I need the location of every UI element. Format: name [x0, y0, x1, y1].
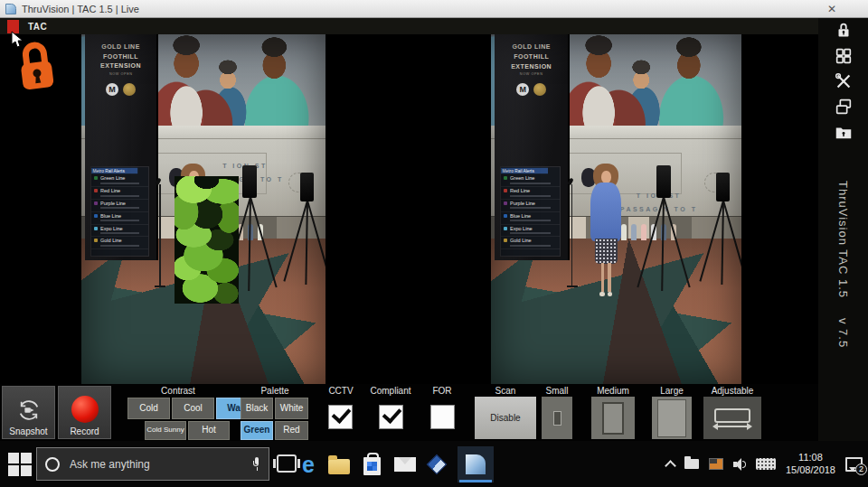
metro-line-row: Blue Line — [91, 212, 149, 225]
close-icon[interactable]: ✕ — [821, 2, 843, 16]
metro-line-row: Expo Line — [91, 225, 149, 238]
speaker-tripod — [649, 165, 679, 291]
control-toolbar: Snapshot Record Contrast Cold Cool Warm … — [0, 384, 818, 441]
mouse-cursor — [11, 31, 24, 52]
cortana-search-box[interactable] — [36, 447, 269, 481]
gold-seal — [533, 83, 546, 96]
thruvision-logo-icon — [466, 454, 486, 474]
tac-status-bar: TAC — [0, 18, 868, 34]
adjustable-width-arrow-icon — [717, 426, 748, 427]
edge-browser-icon[interactable]: e — [302, 454, 315, 476]
windows-taskbar: e 11:08 15/08/2018 2 — [0, 441, 868, 487]
small-rect-icon — [553, 411, 561, 426]
notification-badge: 2 — [855, 464, 867, 475]
gold-seal — [123, 83, 136, 96]
adjustable-header: Adjustable — [702, 386, 763, 396]
medium-header: Medium — [590, 386, 637, 396]
record-button[interactable]: Record — [58, 386, 111, 439]
title-bar: ThruVision | TAC 1.5 | Live ✕ — [0, 0, 868, 18]
metro-line-row: Gold Line — [501, 237, 560, 249]
video-feed-tac-thermal: T ION ST PASSAG Y TO T GOLD LINE FOOTHIL… — [81, 34, 326, 384]
speaker-tripod — [294, 173, 321, 285]
microsoft-store-icon[interactable] — [363, 457, 381, 475]
large-header: Large — [650, 386, 693, 396]
window-title: ThruVision | TAC 1.5 | Live — [22, 4, 139, 14]
microphone-icon[interactable] — [253, 457, 260, 471]
speaker-tripod — [709, 173, 736, 285]
thruvision-app-icon — [5, 4, 16, 14]
compliant-checkbox[interactable] — [379, 405, 403, 429]
contrast-header: Contrast — [125, 386, 231, 396]
metro-line-row: Gold Line — [91, 237, 149, 249]
sidebar-vertical-title: ThruVision TAC 1.5v 7.5 — [836, 181, 850, 348]
mail-icon[interactable] — [394, 457, 416, 472]
metro-line-row: Expo Line — [501, 225, 560, 238]
gold-line-sign: GOLD LINE FOOTHILL EXTENSION NOW OPEN M — [90, 42, 153, 97]
metro-logo: M — [106, 83, 118, 96]
snapshot-button[interactable]: Snapshot — [2, 386, 55, 439]
tray-folder-icon[interactable] — [684, 459, 699, 469]
video-feed-cctv: T ION ST PASSAG Y TO T GOLD LINE FOOTHIL… — [491, 34, 741, 384]
palette-black-button[interactable]: Black — [241, 398, 273, 419]
keyboard-icon[interactable] — [756, 458, 776, 470]
settings-tools-icon[interactable] — [834, 71, 854, 91]
grid-view-icon[interactable] — [834, 46, 854, 66]
cortana-icon — [45, 457, 60, 472]
metro-line-row: Green Line — [501, 174, 560, 187]
medium-rect-icon — [602, 402, 624, 435]
palette-red-button[interactable]: Red — [275, 421, 308, 440]
metro-line-row: Purple Line — [501, 200, 560, 212]
contrast-cold-button[interactable]: Cold — [127, 398, 170, 419]
metro-line-row: Green Line — [91, 174, 149, 187]
palette-header: Palette — [241, 386, 309, 396]
microphone-stand — [571, 184, 573, 286]
adjustable-rect-icon — [714, 408, 750, 423]
metro-line-row: Blue Line — [501, 212, 560, 225]
metro-line-row: Purple Line — [91, 200, 149, 212]
search-input[interactable] — [68, 457, 245, 472]
metro-alerts-screen: Metro Rail Alerts Green Line Red Line Pu… — [500, 166, 561, 257]
clock[interactable]: 11:08 15/08/2018 — [786, 452, 835, 477]
thruvision-taskbar-icon[interactable] — [458, 446, 494, 482]
tool-sidebar: ThruVision TAC 1.5v 7.5 — [818, 18, 868, 441]
time: 11:08 — [786, 452, 835, 464]
speaker-tripod — [235, 165, 264, 291]
volume-icon[interactable] — [733, 458, 746, 471]
record-red-dot-icon — [71, 396, 99, 423]
scan-size-small-button[interactable] — [542, 397, 572, 439]
scan-disable-button[interactable]: Disable — [475, 397, 536, 439]
palette-green-button[interactable]: Green — [241, 421, 273, 440]
contrast-hot-button[interactable]: Hot — [188, 421, 230, 440]
metro-logo: M — [516, 83, 529, 96]
person-subject — [588, 164, 626, 311]
tray-display-icon[interactable] — [709, 458, 723, 470]
microphone-stand — [159, 184, 161, 286]
action-center-icon[interactable]: 2 — [845, 457, 863, 472]
for-checkbox[interactable] — [430, 405, 455, 429]
cctv-checkbox[interactable] — [328, 405, 353, 429]
scan-size-medium-button[interactable] — [591, 397, 635, 439]
thruvision-app-window: ThruVision | TAC 1.5 | Live ✕ TAC T ION … — [0, 0, 868, 487]
start-button[interactable] — [8, 453, 32, 476]
scan-size-adjustable-button[interactable] — [703, 397, 761, 439]
palette-white-button[interactable]: White — [275, 398, 308, 419]
scan-header: Scan — [475, 386, 536, 396]
metro-line-row: Red Line — [501, 187, 560, 200]
layers-copy-icon[interactable] — [834, 97, 854, 117]
small-header: Small — [540, 386, 574, 396]
metro-kiosk: GOLD LINE FOOTHILL EXTENSION NOW OPEN M … — [85, 34, 158, 260]
contrast-cold-sunny-button[interactable]: Cold Sunny — [145, 421, 186, 440]
scan-size-large-button[interactable] — [652, 397, 692, 439]
secure-folder-icon[interactable] — [834, 122, 854, 142]
date: 15/08/2018 — [786, 464, 835, 477]
lock-icon[interactable] — [834, 21, 854, 41]
maps-icon[interactable] — [427, 454, 448, 475]
gold-line-sign: GOLD LINE FOOTHILL EXTENSION NOW OPEN M — [499, 42, 563, 97]
snapshot-camera-icon — [15, 398, 42, 424]
task-view-icon[interactable] — [277, 454, 297, 473]
thermal-scan-overlay — [175, 176, 240, 304]
chevron-up-icon[interactable] — [665, 460, 676, 472]
file-explorer-icon[interactable] — [328, 459, 350, 474]
contrast-cool-button[interactable]: Cool — [172, 398, 214, 419]
large-rect-icon — [657, 399, 686, 437]
